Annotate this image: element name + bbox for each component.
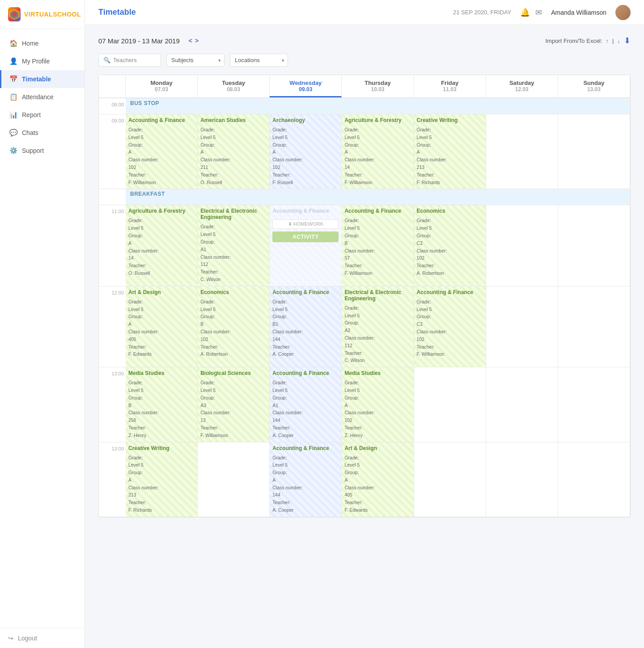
teachers-filter[interactable]: 🔍 Teachers [98, 54, 161, 67]
profile-icon: 👤 [9, 57, 17, 65]
sidebar-item-label: Home [22, 40, 38, 47]
home-icon: 🏠 [9, 39, 17, 47]
cell-fri-0900[interactable]: Creative Writing Grade: Level 5 Group: A… [414, 114, 486, 189]
cell-sun-1100 [558, 205, 630, 286]
logo-text: VIRTUALSCHOOL [24, 11, 81, 18]
week-next-button[interactable]: > [195, 37, 199, 44]
cell-thu-0900[interactable]: Agriculture & Forestry Grade: Level 5 Gr… [342, 114, 414, 189]
topbar-icons: 🔔 ✉ [520, 8, 542, 17]
cell-fri-1300a [414, 367, 486, 442]
locations-filter[interactable]: Locations [230, 54, 288, 67]
sidebar-item-label: My Profile [22, 58, 50, 65]
class-detail: Grade: Level 5 Group: A Class number: 40… [128, 298, 195, 358]
notification-icon[interactable]: 🔔 [520, 8, 530, 17]
class-name: Accounting & Finance [272, 208, 339, 214]
class-detail: Grade: Level 5 Group: A1 Class number: 1… [272, 379, 339, 439]
cell-mon-1300a[interactable]: Media Studies Grade: Level 5 Group: B Cl… [126, 367, 198, 442]
cell-mon-1100[interactable]: Agriculture & Forestry Grade: Level 5 Gr… [126, 205, 198, 286]
chats-icon: 💬 [9, 129, 17, 137]
import-label: Import From/To Excel: [545, 38, 602, 44]
cell-wed-1100[interactable]: Accounting & Finance ⬇ HOMEWORK ACTIVITY [270, 205, 342, 286]
homework-button[interactable]: ⬇ HOMEWORK [272, 219, 339, 229]
cell-wed-1300b[interactable]: Accounting & Finance Grade: Level 5 Grou… [270, 442, 342, 517]
row-0900: 09:00 Accounting & Finance Grade: Level … [99, 114, 630, 189]
bus-stop-label: BUS STOP [126, 98, 630, 114]
page-title: Timetable [98, 8, 444, 17]
cell-sun-1200 [558, 286, 630, 367]
cell-tue-0900[interactable]: American Studies Grade: Level 5 Group: A… [198, 114, 270, 189]
class-detail: Grade: Level 5 Group: A Class number: 14… [272, 454, 339, 514]
class-name: Economics [200, 289, 267, 295]
message-icon[interactable]: ✉ [535, 8, 542, 17]
cell-tue-1100[interactable]: Electrical & Electronic Engineering Grad… [198, 205, 270, 286]
day-header-friday: Friday 11.03 [414, 75, 486, 97]
class-name: Accounting & Finance [272, 289, 339, 295]
day-header-thursday: Thursday 10.03 [342, 75, 414, 97]
activity-button[interactable]: ACTIVITY [272, 231, 339, 242]
class-name: Agriculture & Forestry [344, 117, 411, 123]
cell-thu-1300a[interactable]: Media Studies Grade: Level 5 Group: A Cl… [342, 367, 414, 442]
cell-sat-1100 [486, 205, 558, 286]
content-area: 07 Mar 2019 - 13 Mar 2019 < > Import Fro… [85, 25, 644, 648]
day-header-wednesday: Wednesday 09.03 [270, 75, 342, 97]
class-detail: Grade: Level 5 Group: A Class number: 21… [128, 454, 195, 514]
sidebar-item-my-profile[interactable]: 👤 My Profile [0, 52, 85, 70]
breakfast-label: BREAKFAST [126, 189, 630, 205]
time-1300b: 13:00 [99, 442, 126, 517]
class-detail: Grade: Level 5 Group: B1 Class number: 1… [272, 298, 339, 358]
day-header-sunday: Sunday 13.03 [558, 75, 630, 97]
cell-thu-1200[interactable]: Electrical & Electronic Engineering Grad… [342, 286, 414, 367]
week-prev-button[interactable]: < [189, 37, 192, 44]
week-navigation: 07 Mar 2019 - 13 Mar 2019 < > Import Fro… [98, 36, 631, 46]
subjects-filter[interactable]: Subjects [166, 54, 225, 67]
import-down-button[interactable]: ↓ [618, 38, 621, 44]
topbar: Timetable 21 SEP 2020, FRIDAY 🔔 ✉ Amanda… [85, 0, 644, 25]
cell-wed-1200[interactable]: Accounting & Finance Grade: Level 5 Grou… [270, 286, 342, 367]
cell-wed-1300a[interactable]: Accounting & Finance Grade: Level 5 Grou… [270, 367, 342, 442]
sidebar-item-report[interactable]: 📊 Report [0, 106, 85, 124]
class-detail: Grade: Level 5 Group: A Class number: 14… [344, 126, 411, 186]
logout-button[interactable]: ↪ Logout [8, 635, 76, 642]
subjects-filter-wrap: Subjects [166, 54, 225, 67]
time-breakfast [99, 189, 126, 205]
import-up-button[interactable]: ↑ [606, 38, 609, 44]
cell-tue-1300a[interactable]: Biological Sciences Grade: Level 5 Group… [198, 367, 270, 442]
cell-fri-1100[interactable]: Economics Grade: Level 5 Group: C2 Class… [414, 205, 486, 286]
cell-mon-1300b[interactable]: Creative Writing Grade: Level 5 Group: A… [126, 442, 198, 517]
sidebar-item-chats[interactable]: 💬 Chats [0, 124, 85, 142]
class-detail: Grade: Level 5 Group: C2 Class number: 1… [417, 217, 483, 277]
sidebar-item-home[interactable]: 🏠 Home [0, 34, 85, 52]
cell-mon-0900[interactable]: Accounting & Finance Grade: Level 5 Grou… [126, 114, 198, 189]
cell-wed-0900[interactable]: Archaeology Grade: Level 5 Group: A Clas… [270, 114, 342, 189]
sidebar-item-label: Timetable [22, 76, 51, 83]
main-content: Timetable 21 SEP 2020, FRIDAY 🔔 ✉ Amanda… [85, 0, 644, 648]
sidebar-item-attendance[interactable]: 📋 Attendance [0, 88, 85, 106]
class-name: Accounting & Finance [344, 208, 411, 214]
cell-thu-1100[interactable]: Accounting & Finance Grade: Level 5 Grou… [342, 205, 414, 286]
cell-mon-1200[interactable]: Art & Design Grade: Level 5 Group: A Cla… [126, 286, 198, 367]
row-1200: 12:00 Art & Design Grade: Level 5 Group:… [99, 286, 630, 367]
nav-items: 🏠 Home 👤 My Profile 📅 Timetable 📋 Attend… [0, 29, 85, 628]
cell-thu-1300b[interactable]: Art & Design Grade: Level 5 Group: A Cla… [342, 442, 414, 517]
cell-tue-1200[interactable]: Economics Grade: Level 5 Group: B Class … [198, 286, 270, 367]
sidebar-item-support[interactable]: ⚙️ Support [0, 142, 85, 160]
class-name: Agriculture & Forestry [128, 208, 195, 214]
logout-label: Logout [18, 635, 37, 642]
class-name: Electrical & Electronic Engineering [200, 208, 267, 220]
import-download-button[interactable]: ⬇ [624, 36, 631, 46]
breakfast-row: BREAKFAST [99, 189, 630, 205]
day-header-monday: Monday 07.03 [126, 75, 198, 97]
bus-stop-row: 08:00 BUS STOP [99, 98, 630, 114]
class-name: Economics [417, 208, 483, 214]
time-1200: 12:00 [99, 286, 126, 367]
class-name: Biological Sciences [200, 370, 267, 376]
sidebar-item-label: Attendance [22, 93, 54, 101]
cell-fri-1200[interactable]: Accounting & Finance Grade: Level 5 Grou… [414, 286, 486, 367]
sidebar-item-timetable[interactable]: 📅 Timetable [0, 70, 85, 88]
sidebar-item-label: Support [22, 147, 44, 154]
class-name: Art & Design [344, 445, 411, 451]
homework-area: ⬇ HOMEWORK ACTIVITY [272, 219, 339, 242]
week-range: 07 Mar 2019 - 13 Mar 2019 [98, 37, 180, 45]
avatar[interactable] [615, 5, 631, 20]
timetable: Monday 07.03 Tuesday 08.03 Wednesday 09.… [98, 75, 631, 518]
